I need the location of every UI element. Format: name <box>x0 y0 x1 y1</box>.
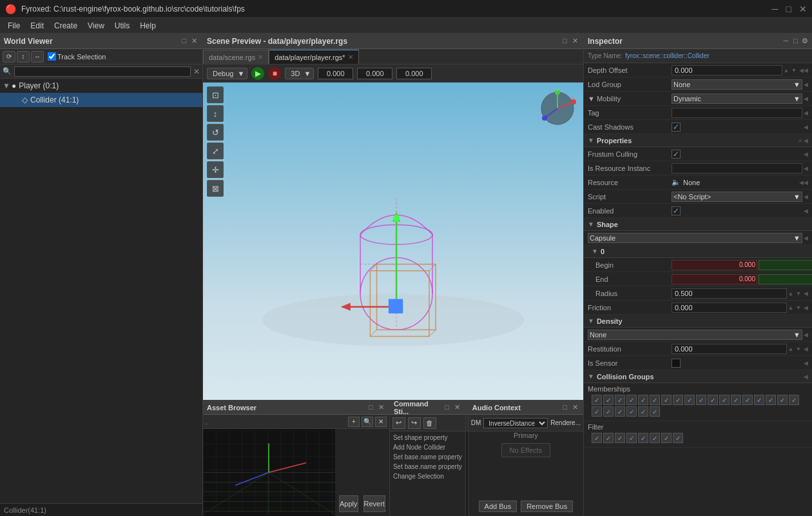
membership-cb-15[interactable]: ✓ <box>766 395 776 405</box>
membership-cb-18[interactable]: ✓ <box>592 406 602 417</box>
menu-file[interactable]: File <box>3 18 25 33</box>
inspector-extra-btn[interactable]: ⚙ <box>802 37 808 45</box>
command-item[interactable]: Set base.name property <box>391 452 464 462</box>
tab-player-rgs[interactable]: data/player/player.rgs* ✕ <box>269 50 358 64</box>
filter-cb-4[interactable]: ✓ <box>638 433 648 443</box>
asset-browser-float-button[interactable]: □ <box>367 403 374 412</box>
tag-input[interactable] <box>672 108 802 118</box>
is-resource-instance-input[interactable] <box>672 163 802 174</box>
menu-edit[interactable]: Edit <box>25 18 49 33</box>
density-section[interactable]: ▼ Density <box>584 315 812 328</box>
density-type-expand[interactable]: ◀ <box>804 332 808 338</box>
filter-cb-1[interactable]: ✓ <box>603 433 614 443</box>
friction-input[interactable] <box>672 303 787 313</box>
tab-scene-rgs[interactable]: data/scene.rgs ✕ <box>203 50 269 64</box>
begin-x-input[interactable] <box>672 260 757 270</box>
command-strip-float-button[interactable]: □ <box>443 403 450 412</box>
cast-shadows-expand[interactable]: ◀ <box>804 124 808 130</box>
is-sensor-expand[interactable]: ◀ <box>804 360 808 366</box>
cast-shadows-checkbox[interactable]: ✓ <box>672 123 681 132</box>
membership-cb-2[interactable]: ✓ <box>615 395 625 405</box>
membership-cb-19[interactable]: ✓ <box>603 406 614 417</box>
properties-section[interactable]: ▼ Properties + ◀ <box>584 134 812 147</box>
membership-cb-9[interactable]: ✓ <box>696 395 706 405</box>
audio-context-close-button[interactable]: ✕ <box>571 403 579 412</box>
filter-cb-3[interactable]: ✓ <box>626 433 637 443</box>
apply-button[interactable]: Apply <box>339 495 358 512</box>
revert-button[interactable]: Revert <box>363 495 385 512</box>
depth-offset-scroll-down[interactable]: ▼ <box>790 67 798 74</box>
shape-section[interactable]: ▼ Shape <box>584 218 812 231</box>
menu-utils[interactable]: Utils <box>110 18 135 33</box>
friction-expand[interactable]: ◀ <box>804 304 808 311</box>
coord-x-input[interactable] <box>318 68 353 79</box>
menu-help[interactable]: Help <box>135 18 161 33</box>
membership-cb-7[interactable]: ✓ <box>673 395 683 405</box>
tag-expand[interactable]: ◀ <box>804 110 808 116</box>
radius-scroll-down[interactable]: ▼ <box>795 290 802 297</box>
depth-offset-input[interactable] <box>672 65 782 75</box>
restitution-input[interactable] <box>672 344 787 354</box>
membership-cb-13[interactable]: ✓ <box>742 395 753 405</box>
properties-add-btn[interactable]: + <box>798 137 802 144</box>
debug-dropdown[interactable]: Debug ▼ <box>207 68 247 79</box>
title-bar-controls[interactable]: ─ □ ✕ <box>772 4 807 14</box>
asset-search-button[interactable]: 🔍 <box>362 417 373 427</box>
wv-btn-refresh[interactable]: ⟳ <box>3 51 15 63</box>
command-item[interactable]: Set shape property <box>391 433 464 442</box>
membership-cb-1[interactable]: ✓ <box>603 395 614 405</box>
inspector-float-button[interactable]: ─ <box>782 37 790 45</box>
menu-view[interactable]: View <box>82 18 110 33</box>
restitution-scroll-up[interactable]: ▲ <box>787 346 795 352</box>
add-bus-button[interactable]: Add Bus <box>479 501 517 512</box>
restitution-scroll-down[interactable]: ▼ <box>795 346 802 352</box>
search-input[interactable] <box>14 66 191 77</box>
mobility-expand[interactable]: ◀ <box>804 95 808 102</box>
membership-cb-22[interactable]: ✓ <box>638 406 648 417</box>
end-y-input[interactable] <box>759 274 812 284</box>
asset-add-button[interactable]: + <box>348 417 360 427</box>
membership-cb-10[interactable]: ✓ <box>708 395 718 405</box>
membership-cb-17[interactable]: ✓ <box>789 395 799 405</box>
tree-item-player[interactable]: ▼ ● Player (0:1) <box>0 79 202 93</box>
world-viewer-float-button[interactable]: □ <box>180 37 188 45</box>
script-dropdown[interactable]: <No Script> ▼ <box>672 192 802 202</box>
wv-btn-collapse[interactable]: ↔ <box>31 51 44 63</box>
close-button[interactable]: ✕ <box>799 4 807 14</box>
undo-button[interactable]: ↩ <box>392 417 405 429</box>
end-x-input[interactable] <box>672 274 757 284</box>
tree-item-collider[interactable]: ◇ Collider (41:1) <box>0 93 202 107</box>
radius-expand[interactable]: ◀ <box>804 290 808 297</box>
redo-button[interactable]: ↪ <box>408 417 421 429</box>
asset-browser-close-button[interactable]: ✕ <box>377 403 385 412</box>
tab-close-scene[interactable]: ✕ <box>258 54 263 61</box>
minimize-button[interactable]: ─ <box>772 4 778 14</box>
shape-type-dropdown[interactable]: Capsule ▼ <box>588 233 802 243</box>
inspector-max-button[interactable]: □ <box>792 37 799 45</box>
audio-context-float-button[interactable]: □ <box>561 403 568 412</box>
radius-scroll-up[interactable]: ▲ <box>787 290 795 297</box>
membership-cb-12[interactable]: ✓ <box>731 395 741 405</box>
membership-cb-5[interactable]: ✓ <box>650 395 660 405</box>
membership-cb-20[interactable]: ✓ <box>615 406 625 417</box>
filter-cb-2[interactable]: ✓ <box>615 433 625 443</box>
menu-create[interactable]: Create <box>49 18 82 33</box>
3d-mode-dropdown[interactable]: 3D ▼ <box>285 68 314 79</box>
frustum-culling-expand[interactable]: ◀ <box>804 151 808 157</box>
membership-cb-4[interactable]: ✓ <box>638 395 648 405</box>
scene-preview-float-button[interactable]: □ <box>561 37 568 45</box>
is-resource-instance-expand[interactable]: ◀ <box>804 165 808 172</box>
stop-button[interactable]: ■ <box>268 67 281 80</box>
membership-cb-6[interactable]: ✓ <box>661 395 672 405</box>
shape-type-expand[interactable]: ◀ <box>804 235 808 241</box>
properties-expand-btn[interactable]: ◀ <box>804 137 808 144</box>
scene-preview-close-button[interactable]: ✕ <box>571 37 579 45</box>
is-sensor-checkbox[interactable] <box>672 359 681 368</box>
membership-cb-11[interactable]: ✓ <box>719 395 730 405</box>
membership-cb-3[interactable]: ✓ <box>626 395 637 405</box>
mobility-dropdown[interactable]: Dynamic ▼ <box>672 94 802 104</box>
asset-clear-button[interactable]: ✕ <box>375 417 387 427</box>
coord-z-input[interactable] <box>396 68 432 79</box>
depth-offset-scroll-up[interactable]: ▲ <box>782 67 790 74</box>
lod-group-expand[interactable]: ◀ <box>804 81 808 88</box>
